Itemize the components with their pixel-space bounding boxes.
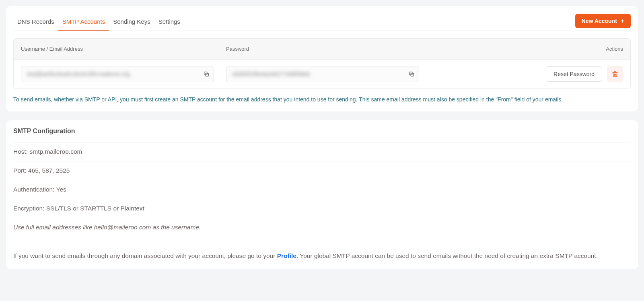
config-port: Port: 465, 587, 2525 <box>13 161 631 180</box>
copy-username-button[interactable] <box>202 70 211 78</box>
info-note: To send emails, whether via SMTP or API,… <box>13 96 631 103</box>
smtp-config-card: SMTP Configuration Host: smtp.maileroo.c… <box>6 120 638 269</box>
tabs: DNS Records SMTP Accounts Sending Keys S… <box>13 13 184 31</box>
config-hint: Use full email addresses like hello@mail… <box>13 218 631 237</box>
plus-icon: + <box>621 18 624 24</box>
column-actions: Actions <box>431 46 623 52</box>
cell-password: c8083f238eda2e6277d38f38eb <box>226 66 431 82</box>
config-auth: Authentication: Yes <box>13 180 631 199</box>
password-field[interactable]: c8083f238eda2e6277d38f38eb <box>226 66 419 82</box>
table-row: test@ae5bc0ea5c1bc0c399.maileroo.org c80… <box>14 60 630 89</box>
tab-sending-keys[interactable]: Sending Keys <box>109 13 154 31</box>
reset-password-button[interactable]: Reset Password <box>546 66 602 82</box>
column-username: Username / Email Address <box>21 46 226 52</box>
table-header: Username / Email Address Password Action… <box>14 39 630 60</box>
config-host: Host: smtp.maileroo.com <box>13 142 631 161</box>
smtp-accounts-card: DNS Records SMTP Accounts Sending Keys S… <box>6 6 638 111</box>
profile-link[interactable]: Profile <box>277 252 296 259</box>
copy-icon <box>203 71 210 77</box>
copy-icon <box>408 71 415 77</box>
tab-smtp-accounts[interactable]: SMTP Accounts <box>58 13 109 31</box>
cell-username: test@ae5bc0ea5c1bc0c399.maileroo.org <box>21 66 226 82</box>
password-field-wrap: c8083f238eda2e6277d38f38eb <box>226 66 419 82</box>
cell-actions: Reset Password <box>431 66 623 82</box>
copy-password-button[interactable] <box>407 70 416 78</box>
config-title: SMTP Configuration <box>13 128 631 142</box>
config-encryption: Encryption: SSL/TLS or STARTTLS or Plain… <box>13 199 631 218</box>
trash-icon <box>612 71 618 77</box>
tab-dns-records[interactable]: DNS Records <box>13 13 58 31</box>
username-field-wrap: test@ae5bc0ea5c1bc0c399.maileroo.org <box>21 66 214 82</box>
global-smtp-note: If you want to send emails through any d… <box>13 251 631 260</box>
new-account-button[interactable]: New Account + <box>575 14 631 28</box>
tab-settings[interactable]: Settings <box>154 13 184 31</box>
tabs-row: DNS Records SMTP Accounts Sending Keys S… <box>13 13 631 31</box>
username-value: test@ae5bc0ea5c1bc0c399.maileroo.org <box>27 71 130 77</box>
delete-account-button[interactable] <box>607 66 623 82</box>
username-field[interactable]: test@ae5bc0ea5c1bc0c399.maileroo.org <box>21 66 214 82</box>
note-prefix: If you want to send emails through any d… <box>13 252 277 259</box>
new-account-label: New Account <box>582 18 617 24</box>
column-password: Password <box>226 46 431 52</box>
accounts-table: Username / Email Address Password Action… <box>13 38 631 89</box>
password-value: c8083f238eda2e6277d38f38eb <box>232 71 310 77</box>
note-suffix: . Your global SMTP account can be used t… <box>296 252 598 259</box>
